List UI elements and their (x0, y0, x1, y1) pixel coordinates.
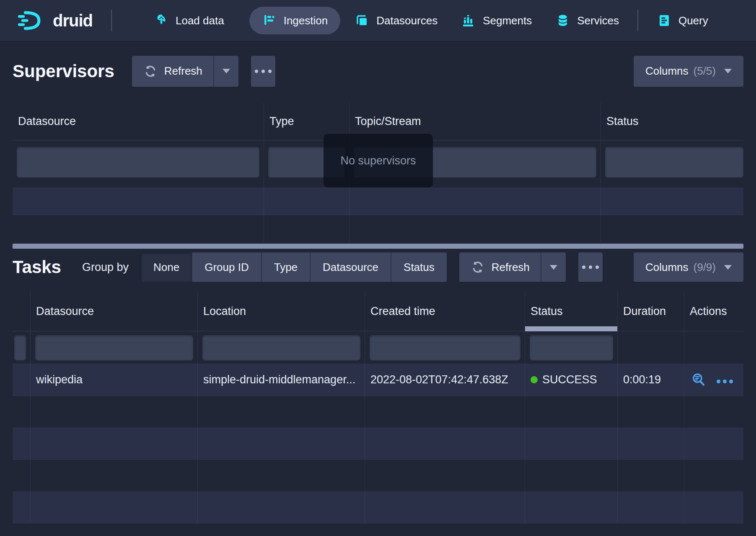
task-status: SUCCESS (525, 364, 618, 395)
column-header-expander (13, 291, 31, 331)
task-details-magnifier-icon[interactable] (691, 372, 707, 388)
task-more-actions-icon[interactable] (715, 373, 734, 386)
task-location: simple-druid-middlemanager... (198, 364, 365, 395)
more-icon (582, 265, 585, 269)
nav-item-datasources[interactable]: Datasources (355, 13, 438, 28)
nav-item-label: Services (577, 14, 619, 27)
empty-table-row (13, 396, 743, 428)
query-icon (657, 13, 672, 28)
columns-label: Columns (645, 65, 689, 78)
column-header-actions[interactable]: Actions (684, 291, 743, 331)
supervisors-title: Supervisors (13, 61, 114, 81)
column-header-duration[interactable]: Duration (618, 291, 684, 331)
supervisors-refresh-button[interactable]: Refresh (132, 56, 213, 87)
group-by-datasource-button[interactable]: Datasource (311, 252, 391, 282)
column-header-datasource[interactable]: Datasource (13, 103, 264, 140)
chevron-down-icon (550, 265, 557, 270)
nav-item-services[interactable]: Services (555, 13, 619, 28)
tasks-title: Tasks (13, 257, 61, 277)
task-duration: 0:00:19 (618, 364, 684, 395)
services-icon (555, 13, 570, 28)
column-header-created-time[interactable]: Created time (365, 291, 525, 331)
tasks-table: Datasource Location Created time Status … (13, 291, 743, 523)
nav-item-label: Datasources (376, 14, 438, 27)
refresh-label: Refresh (492, 261, 530, 274)
sort-indicator (525, 326, 617, 331)
nav-item-label: Load data (176, 14, 224, 27)
group-by-button-group: None Group ID Type Datasource Status (141, 252, 447, 282)
supervisors-more-button[interactable] (251, 56, 275, 87)
nav-item-load-data[interactable]: Load data (154, 13, 224, 28)
more-icon (261, 70, 265, 73)
tasks-refresh-split: Refresh (447, 252, 566, 282)
nav-item-label: Ingestion (284, 14, 328, 27)
tasks-table-header-row: Datasource Location Created time Status … (13, 291, 743, 331)
expander-filter-input[interactable] (14, 335, 26, 360)
upload-icon (154, 13, 169, 28)
supervisors-refresh-dropdown-button[interactable] (213, 56, 238, 87)
chevron-down-icon (724, 265, 732, 270)
more-icon (268, 70, 272, 73)
datasource-filter-input[interactable] (17, 147, 259, 177)
nav-item-label: Segments (483, 14, 532, 27)
segments-icon (461, 13, 476, 28)
created-time-filter-input[interactable] (370, 335, 520, 360)
group-by-none-button[interactable]: None (141, 252, 192, 282)
location-filter-input[interactable] (202, 335, 360, 360)
druid-logo[interactable]: druid (17, 10, 93, 31)
supervisors-table: Datasource Type Topic/Stream Status No s… (13, 103, 743, 249)
supervisors-refresh-split: Refresh (132, 56, 238, 87)
refresh-icon (470, 260, 485, 275)
nav-item-query[interactable]: Query (657, 13, 708, 28)
supervisors-header: Supervisors Refresh Columns (5/5) (0, 42, 756, 94)
column-header-status-sorted[interactable]: Status (525, 291, 618, 331)
more-icon (589, 265, 592, 269)
supervisors-columns-button[interactable]: Columns (5/5) (634, 56, 743, 87)
tasks-more-button[interactable] (578, 252, 603, 282)
task-created-time: 2022-08-02T07:42:47.638Z (365, 364, 525, 395)
nav-item-label: Query (678, 14, 708, 27)
status-label: SUCCESS (542, 373, 597, 386)
datasources-icon (355, 13, 370, 28)
tasks-columns-button[interactable]: Columns (9/9) (634, 252, 743, 282)
empty-table-row (13, 215, 743, 242)
empty-table-row (13, 460, 743, 492)
datasource-filter-input[interactable] (35, 335, 193, 360)
task-row-wikipedia[interactable]: wikipedia simple-druid-middlemanager... … (13, 364, 743, 396)
status-filter-input[interactable] (605, 147, 743, 177)
more-icon (595, 265, 599, 269)
tasks-refresh-dropdown-button[interactable] (541, 252, 566, 282)
columns-count: (9/9) (694, 261, 716, 274)
column-header-datasource[interactable]: Datasource (31, 291, 198, 331)
status-header-label: Status (531, 305, 563, 318)
empty-table-row (13, 188, 743, 215)
columns-label: Columns (645, 261, 689, 274)
nav-item-ingestion[interactable]: Ingestion (249, 7, 341, 34)
empty-table-row (13, 428, 743, 460)
group-by-type-button[interactable]: Type (262, 252, 311, 282)
tasks-filter-row (13, 331, 743, 364)
task-actions (684, 364, 743, 395)
nav-divider (111, 10, 112, 31)
status-filter-input[interactable] (530, 335, 613, 360)
chevron-down-icon (223, 69, 230, 73)
column-header-location[interactable]: Location (198, 291, 365, 331)
status-dot (531, 376, 538, 383)
refresh-icon (143, 64, 158, 79)
column-header-status[interactable]: Status (601, 103, 743, 140)
empty-message: No supervisors (340, 154, 416, 167)
no-supervisors-overlay: No supervisors (324, 134, 433, 187)
group-by-label: Group by (82, 261, 129, 274)
horizontal-scrollbar[interactable] (13, 244, 743, 249)
tasks-header: Tasks Group by None Group ID Type Dataso… (0, 252, 756, 282)
ingestion-icon (262, 13, 277, 28)
top-nav: druid Load data Ing (0, 0, 756, 42)
group-by-status-button[interactable]: Status (391, 252, 447, 282)
task-datasource: wikipedia (31, 364, 198, 395)
tasks-refresh-button[interactable]: Refresh (459, 252, 541, 282)
columns-count: (5/5) (694, 65, 716, 78)
druid-logo-icon (17, 10, 47, 31)
nav-item-segments[interactable]: Segments (461, 13, 532, 28)
more-icon (255, 70, 258, 73)
group-by-group-id-button[interactable]: Group ID (192, 252, 262, 282)
